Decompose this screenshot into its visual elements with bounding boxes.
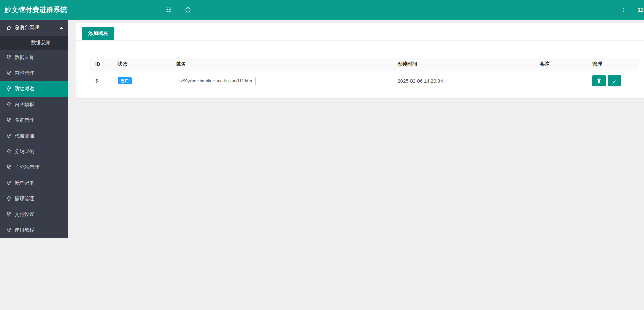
- table-row: 5 启用 sr90yxuec.hn-bkt.clouddn.com/111.ht…: [90, 71, 639, 91]
- sidebar-item-label: 数据总览: [31, 40, 51, 45]
- cell-manage: [587, 71, 639, 91]
- sidebar-item-data-overview[interactable]: 数据总览: [0, 36, 68, 50]
- shield-check-icon: [6, 227, 12, 233]
- refresh-icon: [185, 7, 191, 13]
- sidebar-item-label: 支付设置: [15, 211, 34, 218]
- sidebar-item-label: 使用教程: [15, 227, 34, 233]
- fullscreen-button[interactable]: [615, 0, 628, 20]
- sidebar-item-withdrawal-manage[interactable]: 提现管理: [0, 191, 68, 206]
- sidebar-nav: 总后台管理 数据总览 数据大屏 内容管理 防红域名 内容模板 多群管理: [0, 20, 68, 238]
- sidebar-item-multi-group[interactable]: 多群管理: [0, 112, 68, 128]
- card-toolbar: 添加域名: [76, 23, 644, 41]
- sidebar-item-label: 数据大屏: [15, 54, 34, 61]
- shield-check-icon: [6, 70, 12, 76]
- fullscreen-icon: [619, 7, 624, 13]
- domain-table-container: ID 状态 域名 创建时间 备注 管理 5 启用: [90, 58, 639, 91]
- sidebar-item-data-screen[interactable]: 数据大屏: [0, 50, 68, 65]
- shield-check-icon: [6, 149, 12, 154]
- home-icon: [6, 25, 12, 31]
- column-header-domain: 域名: [171, 58, 393, 71]
- column-header-id: ID: [90, 58, 113, 71]
- top-header-bar: 妙文馆付费进群系统: [0, 0, 644, 20]
- cell-status: 启用: [113, 71, 171, 91]
- caret-up-icon: [60, 27, 63, 29]
- sidebar-item-usage-tutorial[interactable]: 使用教程: [0, 222, 68, 238]
- app-title: 妙文馆付费进群系统: [5, 0, 67, 20]
- shield-check-icon: [6, 180, 12, 186]
- sidebar-item-label: 多群管理: [15, 117, 34, 123]
- shield-check-icon: [6, 164, 12, 170]
- shield-check-icon: [6, 101, 12, 107]
- status-badge-enabled[interactable]: 启用: [118, 77, 132, 84]
- sidebar-item-content-manage[interactable]: 内容管理: [0, 65, 68, 81]
- sidebar-item-label: 防红域名: [15, 86, 34, 92]
- domain-table: ID 状态 域名 创建时间 备注 管理 5 启用: [90, 58, 639, 91]
- shield-check-icon: [6, 211, 12, 217]
- sidebar-item-agent-manage[interactable]: 代理管理: [0, 128, 68, 144]
- main-content: 添加域名 ID 状态 域名 创建时间 备注 管理: [68, 20, 644, 310]
- shield-check-icon: [6, 117, 12, 123]
- sidebar-item-label: 代理管理: [15, 133, 34, 139]
- user-menu[interactable]: 11: [638, 0, 644, 20]
- cell-remark: [535, 71, 587, 91]
- sidebar-item-label: 分销比例: [15, 149, 34, 155]
- column-header-remark: 备注: [535, 58, 587, 71]
- add-domain-button[interactable]: 添加域名: [82, 27, 114, 40]
- sidebar-item-payment-settings[interactable]: 支付设置: [0, 206, 68, 222]
- sidebar-item-label: 子分站管理: [15, 164, 39, 171]
- refresh-button[interactable]: [182, 0, 194, 20]
- cell-created: 2025-02-06 14:20:34: [393, 71, 535, 91]
- shield-check-icon: [6, 86, 12, 92]
- column-header-created: 创建时间: [393, 58, 535, 71]
- sidebar-item-billing-records[interactable]: 帐单记录: [0, 175, 68, 191]
- column-header-status: 状态: [113, 58, 171, 71]
- table-header-row: ID 状态 域名 创建时间 备注 管理: [90, 58, 639, 71]
- sidebar-collapse-button[interactable]: [163, 0, 175, 20]
- sidebar-item-label: 总后台管理: [15, 24, 39, 31]
- sidebar-item-main-admin[interactable]: 总后台管理: [0, 20, 68, 36]
- outdent-icon: [165, 6, 172, 13]
- cell-domain: sr90yxuec.hn-bkt.clouddn.com/111.htm: [171, 71, 393, 91]
- sidebar-item-distribution-ratio[interactable]: 分销比例: [0, 144, 68, 159]
- delete-button[interactable]: [592, 75, 606, 86]
- shield-check-icon: [6, 133, 12, 139]
- edit-button[interactable]: [608, 75, 621, 86]
- shield-check-icon: [6, 196, 12, 202]
- sidebar-item-substation-manage[interactable]: 子分站管理: [0, 159, 68, 175]
- sidebar-item-content-template[interactable]: 内容模板: [0, 97, 68, 112]
- trash-icon: [596, 78, 602, 84]
- sidebar-item-anti-red-domain[interactable]: 防红域名: [0, 81, 68, 97]
- sidebar-item-label: 帐单记录: [15, 180, 34, 186]
- pencil-icon: [612, 78, 617, 84]
- shield-check-icon: [6, 54, 12, 60]
- column-header-manage: 管理: [587, 58, 639, 71]
- sidebar-item-label: 内容管理: [15, 70, 34, 76]
- cell-id: 5: [90, 71, 113, 91]
- sidebar-item-label: 提现管理: [15, 196, 34, 202]
- sidebar-item-label: 内容模板: [15, 101, 34, 108]
- domain-value-box[interactable]: sr90yxuec.hn-bkt.clouddn.com/111.htm: [176, 77, 256, 85]
- domain-card: 添加域名 ID 状态 域名 创建时间 备注 管理: [76, 23, 644, 98]
